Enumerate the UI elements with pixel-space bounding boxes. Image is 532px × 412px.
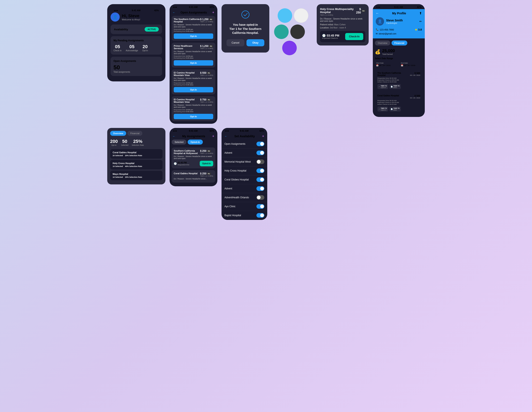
ma-tier-1: TIER 1 (< 8 HRS) (200, 152, 213, 154)
opt-in-btn-4[interactable]: Opt-In (174, 114, 213, 119)
toggle-3[interactable] (256, 168, 264, 173)
assign-price-2: $ 1,250 (200, 45, 209, 47)
back-icon-profile[interactable]: ← (376, 11, 379, 15)
fi-price-2: $ 500 (410, 94, 420, 97)
hospital-name-1: Coral Gables Hospital (113, 151, 160, 154)
status-bar-sa: ●●● 9:41 AM 42% (221, 128, 267, 133)
back-icon-sa[interactable]: ← (224, 135, 227, 138)
ma-price-2: $ 250 (200, 172, 206, 175)
hospital-stats-1: 20 Selected 20% Selection Rate (113, 155, 160, 156)
assign-reason-3: Dx / Reason : Severe Headache since a we… (174, 77, 213, 82)
star-icon: ★ (415, 27, 418, 32)
clock-icon: 🕐 (322, 34, 326, 37)
checkin-card: Holy Cross Multispeciality Hospital TIER… (317, 4, 369, 46)
profile-name: Steve Smith (386, 19, 417, 22)
active-badge[interactable]: ACTIVE (145, 27, 159, 32)
checkin-time: 03:45 PM (327, 34, 339, 37)
toggle-6[interactable] (256, 195, 264, 200)
fi-hospital-2: Coral Gables Hospital (377, 94, 399, 97)
email-icon: ✉ (376, 32, 378, 35)
toggle-8[interactable] (256, 213, 264, 218)
open-assign-num: 50 (114, 64, 159, 71)
phone-my-profile: ●●● 9:41 AM 42% ← My Profile ⬆ 👤 Steve S… (373, 4, 425, 117)
overview-rate-label: Selection Rate (132, 144, 144, 146)
phone-icon: 📞 (376, 28, 379, 31)
toggle-4[interactable] (256, 177, 264, 182)
checkin-hospital: Holy Cross Multispeciality Hospital (320, 8, 356, 14)
total-earned: 25,000 (382, 48, 395, 53)
time-ma: 9:41 AM (189, 129, 198, 132)
sa-header: ← Set Availability ✦ (221, 133, 267, 139)
opt-in-btn-3[interactable]: Opt-In (174, 87, 213, 92)
checkin-r-badge: R2 (361, 10, 365, 12)
ma-r-badge-1: R2 (207, 150, 211, 152)
avail-list: Open Assignments Advent Memorial Hospita… (221, 139, 267, 220)
fi-exp-1: Expected Check-In 08:45 AM (377, 79, 420, 81)
edit-icon[interactable]: ✏ (419, 20, 422, 23)
ma-title: My Assignments (182, 135, 205, 138)
hospital-row-3: Mayo Hospital 10 Selected 20% Selection … (110, 171, 162, 180)
color-palette (274, 4, 313, 59)
hospital-name-3: Mayo Hospital (113, 173, 160, 175)
ma-content: Selected Opted-In Southern California Ho… (170, 139, 217, 186)
toggle-1[interactable] (256, 151, 264, 155)
avail-item-7: Ayo Clinic (221, 202, 267, 211)
hospital-name-2: Holy Cross Hospital (113, 162, 160, 165)
dialog-title: You have opted-inTier 1 for The Southern… (227, 23, 264, 35)
r-badge-4: R1 (207, 99, 211, 101)
assign-req-4: Requested time 10:50 pm (174, 109, 213, 111)
ma-r-badge-2: R1 (207, 173, 211, 175)
opted-in-btn-1[interactable]: Opted-In (200, 161, 213, 166)
clock-icon-ma1: 🕐 (174, 162, 177, 165)
check-in-button[interactable]: Check-In (345, 33, 363, 40)
tab-overview[interactable]: Overview (110, 131, 126, 136)
avail-item-3: Holy Cross Hospital (221, 166, 267, 175)
tab-selected[interactable]: Selected (172, 139, 186, 145)
profile-email: stevejr@gmail.com (379, 33, 396, 35)
total-earned-num: 25,000 (382, 48, 395, 53)
toggle-7[interactable] (256, 204, 264, 209)
checkin-price: $ 250 (356, 8, 361, 14)
assignments-list: The Southern California Hospital $ 1,250… (170, 16, 217, 124)
profile-specialty: Cardiologist (386, 22, 417, 24)
tab-optedin[interactable]: Opted-In (188, 139, 203, 145)
patient-label: Patient initial: (320, 23, 334, 26)
opt-in-btn-1[interactable]: Opt-In (174, 33, 213, 39)
toggle-0[interactable] (256, 142, 264, 146)
profile-rating: 3.8 (418, 28, 422, 31)
financial-item-1: The Southern CaliforniaHospital $ 500 09… (375, 70, 423, 91)
tab-financial-profile[interactable]: Financial (391, 40, 407, 46)
cancel-button[interactable]: Cancel (227, 39, 244, 46)
svg-point-0 (242, 11, 249, 18)
h2-selected: 10 (113, 165, 115, 167)
h1-rate: 20% (125, 155, 129, 156)
optin-num: 20 (142, 44, 148, 49)
ma-header: ← My Assignments ✦ (170, 133, 217, 139)
okay-button[interactable]: Okay (247, 39, 264, 46)
export-icon[interactable]: ⬆ (419, 11, 422, 15)
checkin-location: Location: 3rd floor - room 4 (320, 27, 365, 29)
back-icon-ma[interactable]: ← (172, 135, 175, 138)
toggle-5[interactable] (256, 186, 264, 191)
overview-selected-label: Selected (121, 144, 128, 146)
welcome-text: Welcome to Ahoy! (122, 18, 140, 21)
status-bar-ma: ●●● 9:41 AM 42% (170, 128, 217, 133)
avail-label-1: Advent (224, 151, 232, 154)
toggle-2[interactable] (256, 159, 264, 164)
avail-label-3: Holy Cross Hospital (224, 169, 246, 172)
tab-financial[interactable]: Financial (127, 131, 142, 136)
checkin-tier: TIER 1 (< 8 HRS) (320, 14, 333, 16)
sa-title: Set Availability (234, 135, 255, 138)
fi-act-2: Active Check-In 09:25 AM (377, 103, 420, 105)
opt-in-btn-2[interactable]: Opt-In (174, 60, 213, 66)
logo-icon: ✦ (212, 11, 214, 14)
checkin-reason: Dx / Reason : Severe Headache since a we… (320, 18, 365, 22)
status-dots: ●●● (114, 9, 118, 12)
avail-item-6: AdventHealth Orlando (221, 193, 267, 202)
assign-rem-2: Remaining time 5:45 mins (174, 57, 213, 59)
tab-overview-profile[interactable]: Overview (375, 40, 390, 46)
circle-teal (274, 25, 289, 39)
back-icon[interactable]: ← (172, 11, 175, 14)
status-bar-1: ●●● 9:41 AM 42% (111, 8, 162, 12)
open-assign-sub: Total assignments (114, 71, 159, 73)
